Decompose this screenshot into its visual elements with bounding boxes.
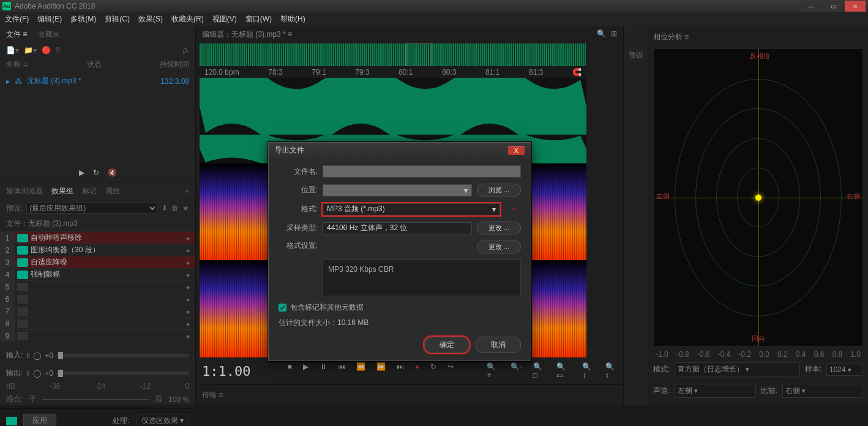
fx-toggle[interactable]: [17, 320, 28, 328]
include-metadata-checkbox[interactable]: 包含标记和其他元数据: [279, 302, 521, 313]
fx-slot[interactable]: 6▸: [0, 293, 195, 305]
fx-toggle[interactable]: [17, 234, 28, 242]
fx-menu-icon[interactable]: ▸: [187, 283, 195, 291]
ok-button[interactable]: 确定: [424, 337, 470, 353]
fx-slot[interactable]: 1自动咔嗒声移除▸: [0, 231, 195, 244]
tab-media-browser[interactable]: 媒体浏览器: [6, 186, 43, 196]
fx-slot[interactable]: 5▸: [0, 280, 195, 293]
fx-menu-icon[interactable]: ▸: [187, 246, 195, 255]
record-button[interactable]: ●: [415, 362, 419, 379]
col-status[interactable]: 状态: [87, 59, 102, 70]
change-sample-button[interactable]: 更改 ...: [477, 222, 521, 234]
fx-toggle[interactable]: [17, 295, 28, 304]
forward-button[interactable]: ⏩: [376, 362, 386, 379]
menu-effects[interactable]: 效果(S): [138, 14, 163, 24]
compare-select[interactable]: 右侧 ▾: [782, 384, 863, 398]
fx-menu-icon[interactable]: ▸: [187, 271, 195, 279]
fx-toggle[interactable]: [17, 332, 28, 340]
import-icon[interactable]: ⎘: [56, 46, 60, 54]
zoom-full-icon[interactable]: 🔍□: [533, 362, 546, 379]
play-icon[interactable]: ▶: [79, 168, 84, 177]
fx-menu-icon[interactable]: ▸: [187, 332, 195, 340]
fx-slot[interactable]: 3自适应降噪▸: [0, 256, 195, 268]
menu-edit[interactable]: 编辑(E): [37, 14, 62, 24]
maximize-button[interactable]: ▭: [823, 1, 844, 12]
time-ruler[interactable]: 120.0 bpm 78:3 79:1 79:3 80:1 80:3 81:1 …: [200, 66, 586, 78]
rewind-button[interactable]: ⏪: [356, 362, 365, 379]
zoom-out-icon[interactable]: 🔍-: [511, 362, 522, 379]
menu-favorites[interactable]: 收藏夹(R): [171, 14, 204, 24]
zoom-sel-icon[interactable]: 🔍▭: [556, 362, 571, 379]
fx-menu-icon[interactable]: ▸: [187, 307, 195, 316]
tab-files[interactable]: 文件 ≡: [6, 29, 27, 40]
open-file-icon[interactable]: 📁▾: [24, 46, 37, 54]
zoom-in-v-icon[interactable]: 🔍↕: [582, 362, 594, 379]
save-preset-icon[interactable]: ⬇: [162, 204, 168, 212]
waveform-left-channel[interactable]: dB- ∞-3-6 L: [200, 78, 586, 135]
view-options-icon[interactable]: ⊞: [611, 29, 617, 40]
close-button[interactable]: ✕: [845, 1, 866, 12]
pause-button[interactable]: ⏸: [320, 362, 327, 379]
menu-file[interactable]: 文件(F): [5, 14, 29, 24]
file-row[interactable]: ▸ ⁂ 无标题 (3).mp3 * 132:3.08: [0, 72, 195, 90]
minimize-button[interactable]: —: [801, 1, 821, 12]
cancel-button[interactable]: 取消: [476, 337, 521, 353]
preset-vertical-label[interactable]: 预设: [624, 50, 648, 61]
fx-toggle[interactable]: [17, 271, 28, 279]
panel-menu-icon[interactable]: ≡: [185, 187, 189, 196]
tab-properties[interactable]: 属性: [105, 186, 120, 196]
fx-power-toggle[interactable]: [6, 417, 17, 425]
apply-button[interactable]: 应用: [23, 414, 56, 426]
menu-clip[interactable]: 剪辑(C): [105, 14, 130, 24]
zoom-in-icon[interactable]: 🔍+: [487, 362, 499, 379]
new-file-icon[interactable]: 📄▾: [6, 46, 19, 54]
loop-button[interactable]: ↻: [430, 362, 436, 379]
filename-input[interactable]: [323, 165, 521, 177]
fx-toggle[interactable]: [17, 246, 28, 255]
fx-menu-icon[interactable]: ▸: [187, 320, 195, 328]
mute-icon[interactable]: 🔇: [108, 168, 117, 177]
fx-toggle[interactable]: [17, 283, 28, 291]
tab-favorites[interactable]: 收藏夹: [38, 29, 60, 40]
overview-waveform[interactable]: [200, 43, 586, 66]
output-slider[interactable]: [57, 372, 189, 375]
fx-slot[interactable]: 9▸: [0, 329, 195, 342]
channel-select[interactable]: 左侧 ▾: [675, 384, 755, 398]
fx-toggle[interactable]: [17, 307, 28, 316]
fx-menu-icon[interactable]: ▸: [187, 258, 195, 267]
fx-slot[interactable]: 7▸: [0, 305, 195, 317]
preset-select[interactable]: (最后应用效果组): [26, 203, 158, 214]
input-knob-icon[interactable]: ◯: [33, 351, 41, 360]
search-icon[interactable]: ρ.: [183, 46, 189, 54]
col-duration[interactable]: 持续时间: [160, 59, 189, 70]
process-select[interactable]: 仅选区效果 ▾: [136, 414, 189, 426]
zoom-out-v-icon[interactable]: 🔍↕: [605, 362, 617, 379]
fx-menu-icon[interactable]: ▸: [187, 295, 195, 304]
record-icon[interactable]: 🔴: [42, 46, 51, 54]
format-select[interactable]: MP3 音频 (*.mp3)▾: [323, 203, 500, 215]
tab-markers[interactable]: 标记: [82, 186, 97, 196]
prev-button[interactable]: ⏮: [338, 362, 345, 379]
dialog-close-button[interactable]: X: [508, 146, 525, 155]
sample-select[interactable]: 1024 ▾: [826, 364, 863, 376]
zoom-icon[interactable]: 🔍: [597, 29, 606, 40]
fx-slot[interactable]: 2图形均衡器（30 段）▸: [0, 244, 195, 256]
fx-slot[interactable]: 8▸: [0, 317, 195, 329]
menu-multitrack[interactable]: 多轨(M): [70, 14, 96, 24]
snap-icon[interactable]: 🧲: [572, 68, 582, 77]
menu-window[interactable]: 窗口(W): [245, 14, 272, 24]
stop-button[interactable]: ■: [287, 362, 291, 379]
menu-view[interactable]: 视图(V): [212, 14, 237, 24]
location-select[interactable]: ▾: [323, 184, 472, 196]
play-button[interactable]: ▶: [303, 362, 309, 379]
fx-slot[interactable]: 4强制限幅▸: [0, 268, 195, 280]
tab-effects-rack[interactable]: 效果组: [51, 186, 73, 196]
mode-select[interactable]: 直方图（日志增长） ▾: [675, 362, 799, 376]
mix-slider[interactable]: [42, 399, 149, 400]
loop-icon[interactable]: ↻: [93, 168, 99, 177]
skip-button[interactable]: ↪: [447, 362, 454, 379]
menu-help[interactable]: 帮助(H): [280, 14, 305, 24]
col-name[interactable]: 名称 ≑: [6, 59, 29, 70]
input-slider[interactable]: [57, 354, 189, 357]
output-knob-icon[interactable]: ◯: [33, 369, 41, 378]
